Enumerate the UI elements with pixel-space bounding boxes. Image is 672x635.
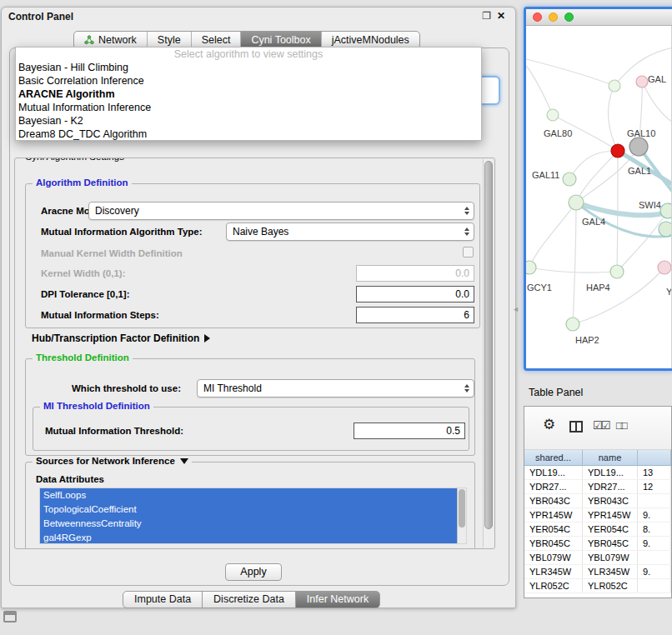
cyni-algorithm-settings-title: Cyni Algorithm Settings — [22, 158, 128, 162]
tab-network[interactable]: Network — [74, 32, 148, 48]
which-threshold-value: MI Threshold — [203, 382, 262, 394]
manual-kernel-width-checkbox[interactable] — [463, 247, 474, 258]
table-row[interactable]: YLR345W YLR345W 9. — [524, 565, 671, 579]
network-node[interactable] — [658, 261, 671, 274]
column-header[interactable]: shared... — [524, 450, 583, 465]
network-node[interactable] — [566, 318, 579, 331]
tab-impute-data[interactable]: Impute Data — [123, 591, 203, 608]
settings-scrollbar[interactable] — [483, 159, 494, 548]
tab-jactivemnodules[interactable]: jActiveMNodules — [322, 32, 419, 48]
table-cell: YBR043C — [583, 494, 638, 508]
columns-icon[interactable] — [569, 421, 583, 432]
tab-cyni-toolbox[interactable]: Cyni Toolbox — [241, 32, 321, 48]
network-node[interactable] — [636, 76, 648, 88]
network-node[interactable] — [569, 195, 584, 210]
network-node-label: GAL4 — [582, 217, 605, 227]
network-node[interactable] — [526, 261, 536, 274]
hub-definition-expander[interactable]: Hub/Transcription Factor Definition — [32, 332, 210, 344]
select-all-icon[interactable]: ☑☑ — [593, 419, 609, 432]
kernel-width-label: Kernel Width (0,1): — [41, 268, 125, 278]
network-node[interactable] — [660, 203, 672, 218]
dropdown-item[interactable]: Mutual Information Inference — [16, 101, 481, 114]
mi-threshold-group-title: MI Threshold Definition — [40, 401, 153, 411]
aracne-mode-combobox[interactable]: Discovery — [88, 202, 474, 220]
table-cell: 12 — [638, 480, 671, 493]
table-cell: YBR045C — [524, 537, 583, 550]
network-window-titlebar[interactable] — [526, 9, 672, 26]
zoom-traffic-icon[interactable] — [564, 12, 574, 22]
mi-threshold-field[interactable] — [354, 422, 465, 439]
dropdown-item[interactable]: Basic Correlation Inference — [16, 74, 481, 88]
network-node[interactable] — [547, 109, 559, 121]
tab-style[interactable]: Style — [148, 32, 192, 48]
table-row[interactable]: YBR045C YBR045C 9. — [524, 537, 671, 551]
mi-algorithm-type-combobox[interactable]: Naive Bayes — [226, 222, 474, 241]
data-attributes-list: SelfLoops TopologicalCoefficient Between… — [39, 488, 467, 544]
table-row[interactable]: YBR043C YBR043C — [524, 494, 671, 508]
docked-panel-icon[interactable] — [3, 611, 17, 622]
gear-icon[interactable]: ⚙ — [543, 418, 555, 432]
tab-style-label: Style — [158, 32, 181, 48]
dropdown-item[interactable]: Bayesian - Hill Climbing — [16, 61, 481, 74]
list-scrollbar[interactable] — [457, 488, 466, 543]
network-node[interactable] — [563, 172, 576, 186]
table-row[interactable]: YDL19... YDL19... 13 — [524, 466, 671, 480]
list-item[interactable]: BetweennessCentrality — [40, 517, 458, 531]
column-header[interactable] — [638, 450, 671, 465]
list-item[interactable]: gal4RGexp — [40, 531, 458, 544]
algorithm-definition-title: Algorithm Definition — [33, 178, 132, 188]
dropdown-item-highlighted[interactable]: ARACNE Algorithm — [16, 88, 481, 101]
network-node-label: GAL80 — [544, 128, 572, 138]
network-node-red[interactable] — [611, 144, 624, 158]
table-row[interactable]: YLR052C YLR052C — [524, 579, 671, 593]
minimize-traffic-icon[interactable] — [549, 12, 558, 22]
table-row[interactable]: YPR145W YPR145W 9. — [524, 508, 671, 522]
network-node[interactable] — [659, 222, 672, 237]
table-cell: YBR043C — [524, 494, 583, 508]
data-attributes-label: Data Attributes — [36, 474, 104, 484]
list-scrollbar-thumb[interactable] — [459, 489, 465, 528]
settings-scrollbar-thumb[interactable] — [484, 161, 493, 529]
table-cell — [638, 579, 671, 592]
dpi-tolerance-field[interactable] — [356, 286, 474, 302]
table-cell: YDL19... — [524, 466, 583, 479]
network-node-label: GAL10 — [627, 128, 655, 138]
table-cell: 9. — [638, 537, 671, 550]
mi-threshold-label: Mutual Information Threshold: — [45, 426, 183, 436]
sources-expander[interactable]: Sources for Network Inference — [33, 456, 192, 466]
tab-select-label: Select — [202, 32, 231, 48]
network-node-label: HAP2 — [575, 335, 599, 345]
float-window-icon[interactable]: ❐ — [482, 10, 491, 22]
tab-select[interactable]: Select — [192, 32, 242, 48]
which-threshold-combobox[interactable]: MI Threshold — [197, 379, 474, 398]
tab-infer-network[interactable]: Infer Network — [295, 591, 380, 608]
table-row[interactable]: YER054C YER054C 8. — [524, 522, 671, 537]
column-header[interactable]: name — [583, 450, 638, 465]
apply-button[interactable]: Apply — [225, 563, 282, 581]
table-panel-window: ⚙ ☑☑ □□ shared... name YDL19... YDL19...… — [524, 406, 672, 598]
network-canvas[interactable]: GAL GAL80 GAL10 GAL11 GAL1 SWI4 GAL4 GCY… — [526, 26, 672, 368]
table-cell: YLR345W — [583, 565, 638, 578]
tab-cyni-toolbox-label: Cyni Toolbox — [251, 32, 310, 48]
list-item[interactable]: TopologicalCoefficient — [40, 502, 458, 517]
algorithm-dropdown-popup: Select algorithm to view settings Bayesi… — [15, 47, 482, 141]
dropdown-item[interactable]: Dream8 DC_TDC Algorithm — [16, 128, 481, 141]
sources-label: Sources for Network Inference — [36, 456, 175, 466]
close-traffic-icon[interactable] — [533, 12, 542, 22]
deselect-all-icon[interactable]: □□ — [616, 419, 626, 432]
table-row[interactable]: YDR27... YDR27... 12 — [524, 480, 671, 494]
network-view-window: GAL GAL80 GAL10 GAL11 GAL1 SWI4 GAL4 GCY… — [524, 7, 672, 371]
tab-discretize-data[interactable]: Discretize Data — [202, 591, 296, 608]
dropdown-placeholder: Select algorithm to view settings — [16, 48, 481, 61]
table-row[interactable]: YBL079W YBL079W — [524, 551, 671, 565]
splitter-collapse-icon[interactable]: ◂ — [514, 304, 518, 313]
list-item[interactable]: SelfLoops — [40, 488, 458, 502]
network-node[interactable] — [609, 80, 620, 92]
window-controls: ❐ ✕ — [482, 10, 505, 22]
close-window-icon[interactable]: ✕ — [497, 10, 505, 22]
network-node[interactable] — [610, 265, 624, 278]
network-node[interactable] — [629, 138, 648, 156]
table-cell: 9. — [638, 508, 671, 522]
dropdown-item[interactable]: Bayesian - K2 — [16, 114, 481, 128]
mi-steps-field[interactable] — [356, 307, 474, 323]
